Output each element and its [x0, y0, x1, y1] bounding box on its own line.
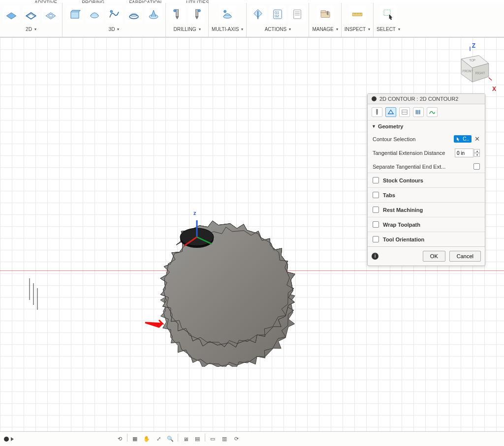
svg-point-2 [110, 10, 112, 13]
dialog-title-bar[interactable]: 2D CONTOUR : 2D CONTOUR2 [368, 94, 485, 104]
dlg-tab-passes[interactable] [413, 107, 424, 117]
ribbon-label-drilling[interactable]: DRILLING [173, 25, 200, 33]
ribbon-label-inspect[interactable]: INSPECT [345, 25, 370, 33]
expand-icon [11, 437, 14, 441]
ribbon-label-actions[interactable]: ACTIONS [265, 25, 291, 33]
svg-rect-20 [321, 11, 326, 13]
zoom-button[interactable]: ⤢ [153, 434, 164, 445]
nav-toolbar: ⟲ ▦ ✋ ⤢ 🔍 🖥 ▤ ▭ ▥ ⟳ [114, 434, 242, 445]
row-tool-orientation[interactable]: Tool Orientation [368, 232, 485, 246]
refresh-button[interactable]: ⟳ [231, 434, 242, 445]
svg-text:FRONT: FRONT [463, 69, 473, 73]
svg-point-0 [49, 15, 53, 17]
bullet-icon [4, 437, 9, 442]
checkbox-tool-orientation[interactable] [373, 236, 379, 242]
row-stock-contours[interactable]: Stock Contours [368, 173, 485, 187]
label-contour-selection: Contour Selection [373, 136, 415, 142]
checkbox-separate-tangential[interactable] [473, 163, 480, 170]
spinner-tangential[interactable]: ▴▾ [474, 149, 480, 157]
grid-settings-button[interactable]: ▤ [192, 434, 203, 445]
ribbon-label-3d[interactable]: 3D [109, 25, 120, 33]
dialog-title: 2D CONTOUR : 2D CONTOUR2 [379, 96, 458, 102]
ribbon-label-multiaxis[interactable]: MULTI-AXIS [212, 25, 243, 33]
tool-measure[interactable] [349, 6, 366, 23]
tool-3d-c[interactable] [106, 6, 123, 23]
svg-point-11 [224, 10, 226, 13]
status-bar: ⟲ ▦ ✋ ⤢ 🔍 🖥 ▤ ▭ ▥ ⟳ [0, 431, 504, 446]
display-settings-button[interactable]: 🖥 [180, 434, 191, 445]
tool-3d-b[interactable] [86, 6, 103, 23]
checkbox-wrap-toolpath[interactable] [373, 221, 379, 228]
dialog-footer: i OK Cancel [368, 246, 485, 266]
svg-rect-41 [376, 109, 378, 114]
tool-2d-pocket[interactable] [42, 6, 59, 23]
tool-tool-library[interactable] [317, 6, 334, 23]
ribbon-label-2d[interactable]: 2D [26, 25, 36, 33]
label-tangential-extension: Tangential Extension Distance [373, 150, 445, 156]
clear-selection-button[interactable]: ✕ [474, 135, 480, 143]
tool-multiaxis[interactable] [219, 6, 236, 23]
svg-text:TOP: TOP [469, 59, 475, 62]
section-header-geometry[interactable]: ▼ Geometry [368, 120, 485, 132]
tool-select[interactable] [380, 6, 397, 23]
checkbox-rest-machining[interactable] [373, 207, 379, 213]
ribbon-label-select[interactable]: SELECT [377, 25, 400, 33]
row-tabs[interactable]: Tabs [368, 187, 485, 202]
axis-x-label: X [492, 86, 496, 92]
tool-3d-d[interactable] [126, 6, 142, 23]
row-contour-selection: Contour Selection C.. ✕ [368, 132, 485, 146]
svg-point-7 [174, 9, 176, 12]
tool-2d-face[interactable] [3, 6, 20, 23]
row-tangential-extension: Tangential Extension Distance ▴▾ [368, 146, 485, 160]
cancel-button[interactable]: Cancel [449, 251, 481, 262]
look-at-button[interactable]: ▦ [129, 434, 140, 445]
tool-postprocess[interactable]: G1G2 [269, 6, 286, 23]
svg-point-9 [198, 9, 200, 12]
row-rest-machining[interactable]: Rest Machining [368, 202, 485, 217]
timeline-toggle[interactable] [4, 437, 14, 442]
input-tangential-extension[interactable] [455, 149, 473, 157]
svg-line-32 [489, 78, 492, 80]
tool-drill-b[interactable] [189, 6, 205, 23]
ribbon-label-manage[interactable]: MANAGE [312, 25, 338, 33]
svg-text:G2: G2 [275, 14, 280, 18]
ribbon-group-2d: 2D [0, 3, 63, 37]
label-separate-tangential: Separate Tangential End Ext... [373, 164, 445, 170]
tool-2d-contour[interactable] [23, 6, 39, 23]
tool-drill-a[interactable] [169, 6, 186, 23]
ribbon-toolbar: 2D 3D DRILLING MULTI-AXIS G1G2 ACTIONS [0, 3, 504, 37]
checkbox-tabs[interactable] [373, 192, 379, 198]
pan-button[interactable]: ✋ [141, 434, 152, 445]
dlg-tab-tool[interactable] [372, 107, 382, 117]
tool-generate[interactable] [250, 6, 266, 23]
ok-button[interactable]: OK [423, 251, 445, 262]
viewport-single-button[interactable]: ▭ [207, 434, 218, 445]
viewcube[interactable]: Z X TOP FRONT RIGHT [448, 43, 492, 92]
ribbon-group-drilling: DRILLING [166, 3, 209, 37]
dialog-2d-contour: 2D CONTOUR : 2D CONTOUR2 ▼ Geometry Cont… [367, 93, 485, 266]
axis-z-label: Z [472, 42, 475, 49]
dlg-tab-heights[interactable] [399, 107, 410, 117]
checkbox-stock-contours[interactable] [373, 177, 379, 183]
viewport-multi-button[interactable]: ▥ [219, 434, 230, 445]
dialog-tab-row [368, 104, 485, 120]
svg-point-10 [223, 15, 231, 19]
row-wrap-toolpath[interactable]: Wrap Toolpath [368, 217, 485, 232]
svg-rect-6 [176, 9, 179, 17]
svg-text:RIGHT: RIGHT [475, 71, 485, 75]
ribbon-group-select: SELECT [374, 3, 403, 37]
ribbon-group-manage: MANAGE [309, 3, 341, 37]
gear-model[interactable] [0, 101, 369, 367]
tool-3d-e[interactable] [145, 6, 162, 23]
row-separate-tangential: Separate Tangential End Ext... [368, 160, 485, 173]
fit-button[interactable]: 🔍 [165, 434, 176, 445]
info-icon[interactable]: i [372, 253, 378, 260]
ribbon-group-actions: G1G2 ACTIONS [247, 3, 309, 37]
chip-contour-select[interactable]: C.. [454, 135, 472, 143]
orbit-button[interactable]: ⟲ [114, 434, 125, 445]
dlg-tab-geometry[interactable] [385, 107, 396, 117]
tool-3d-a[interactable] [66, 6, 83, 23]
dlg-tab-linking[interactable] [427, 107, 438, 117]
ribbon-group-inspect: INSPECT [342, 3, 374, 37]
tool-setup-sheet[interactable] [289, 6, 306, 23]
